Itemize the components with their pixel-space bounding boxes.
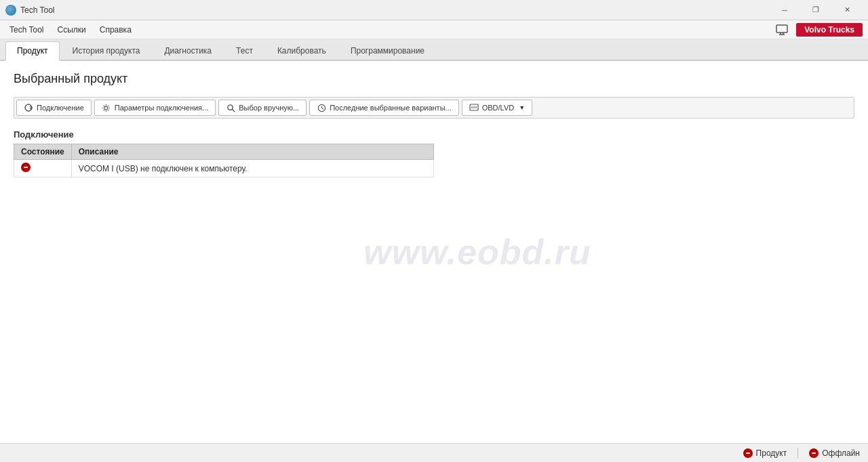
error-status-icon [21, 163, 31, 172]
svg-rect-0 [776, 25, 787, 33]
tab-test[interactable]: Тест [224, 41, 264, 60]
volvo-trucks-button[interactable]: Volvo Trucks [796, 23, 863, 37]
status-product: Продукт [743, 448, 787, 458]
connect-button[interactable]: Подключение [16, 100, 92, 116]
tabs-bar: Продукт История продукта Диагностика Тес… [0, 39, 868, 61]
obd-lvd-label: OBD/LVD [482, 104, 514, 112]
col-status: Состояние [14, 144, 72, 160]
connect-label: Подключение [37, 104, 84, 112]
connection-table: Состояние Описание VOCOM I (USB) не подк… [14, 144, 434, 177]
window-controls: ─ ❐ ✕ [769, 0, 863, 20]
close-button[interactable]: ✕ [831, 0, 863, 20]
manual-select-label: Выбор вручную... [239, 104, 299, 112]
product-status-label: Продукт [756, 448, 787, 458]
offline-status-icon [809, 448, 818, 458]
app-title: Tech Tool [20, 5, 769, 15]
menu-techtool[interactable]: Tech Tool [3, 22, 50, 37]
tab-product-history[interactable]: История продукта [61, 41, 152, 60]
status-offline: Оффлайн [809, 448, 860, 458]
tab-diagnostics[interactable]: Диагностика [153, 41, 223, 60]
minimize-button[interactable]: ─ [769, 0, 800, 20]
clock-icon [317, 103, 326, 112]
watermark: www.eobd.ru [363, 232, 591, 272]
svg-line-6 [232, 109, 235, 112]
tab-programming[interactable]: Программирование [339, 41, 436, 60]
obd-lvd-button[interactable]: OBD/LVD ▼ [462, 100, 532, 116]
search-icon [226, 103, 235, 112]
obd-icon [469, 103, 479, 112]
offline-status-label: Оффлайн [822, 448, 860, 458]
menubar: Tech Tool Ссылки Справка Volvo Trucks [0, 20, 868, 39]
connection-toolbar: Подключение Параметры подключения... Выб… [14, 97, 854, 119]
statusbar-divider [797, 448, 798, 459]
recent-selections-label: Последние выбранные варианты... [330, 104, 452, 112]
col-description: Описание [71, 144, 433, 160]
menu-help[interactable]: Справка [93, 22, 138, 37]
manual-select-button[interactable]: Выбор вручную... [218, 100, 307, 116]
svg-point-5 [228, 104, 233, 109]
main-content: Выбранный продукт Подключение Параметры … [0, 61, 868, 443]
table-row: VOCOM I (USB) не подключен к компьютеру. [14, 160, 434, 177]
maximize-button[interactable]: ❐ [800, 0, 831, 20]
connection-params-label: Параметры подключения... [115, 104, 209, 112]
recent-selections-button[interactable]: Последние выбранные варианты... [309, 100, 459, 116]
status-cell [14, 160, 72, 177]
titlebar: Tech Tool ─ ❐ ✕ [0, 0, 868, 20]
menubar-right: Volvo Trucks [776, 23, 865, 37]
menu-links[interactable]: Ссылки [50, 22, 92, 37]
tab-product[interactable]: Продукт [5, 41, 60, 61]
product-status-icon [743, 448, 753, 458]
page-title: Выбранный продукт [14, 72, 854, 86]
app-icon [5, 5, 16, 16]
gear-icon [102, 103, 111, 112]
connection-params-button[interactable]: Параметры подключения... [94, 100, 216, 116]
description-cell: VOCOM I (USB) не подключен к компьютеру. [71, 160, 433, 177]
screen-icon [776, 24, 789, 35]
connect-icon [24, 103, 33, 112]
dropdown-arrow-icon: ▼ [519, 104, 525, 111]
statusbar: Продукт Оффлайн [0, 443, 868, 462]
connection-section-label: Подключение [14, 129, 854, 140]
tab-calibrate[interactable]: Калибровать [266, 41, 338, 60]
svg-line-9 [321, 108, 323, 108]
svg-point-4 [104, 106, 108, 110]
